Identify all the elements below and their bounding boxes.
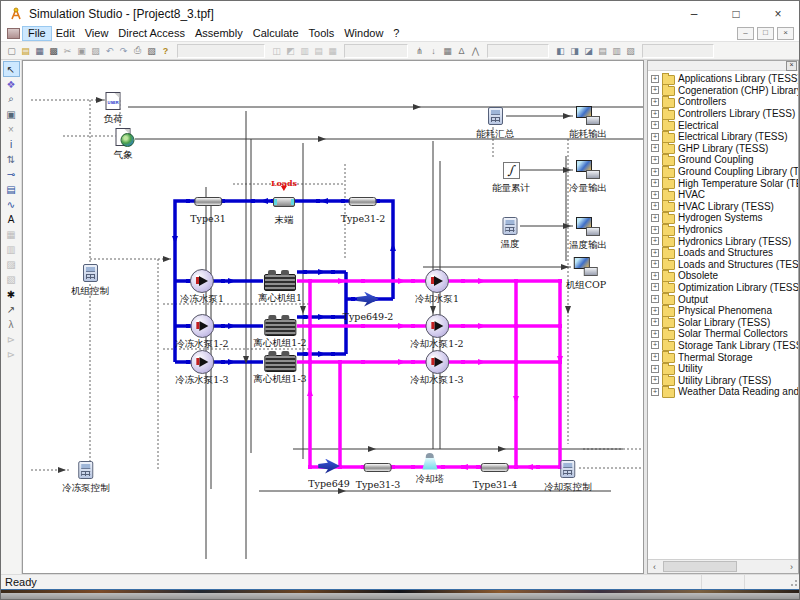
tree-item-hydronics-library-tess[interactable]: +Hydronics Library (TESS): [648, 235, 798, 247]
component-terminal-unit[interactable]: Loads末端: [273, 190, 295, 227]
expand-icon[interactable]: +: [651, 179, 659, 187]
link-icon[interactable]: ∿: [4, 197, 19, 211]
tree-item-hydronics[interactable]: +Hydronics: [648, 224, 798, 236]
tree-item-controllers[interactable]: +Controllers: [648, 96, 798, 108]
expand-icon[interactable]: +: [651, 295, 659, 303]
hierarchy-icon[interactable]: ⋔: [413, 44, 426, 57]
cut-icon[interactable]: ✂: [61, 44, 74, 57]
expand-icon[interactable]: +: [651, 365, 659, 373]
tree-item-ground-coupling[interactable]: +Ground Coupling: [648, 154, 798, 166]
wrench-icon[interactable]: ⊸: [4, 167, 19, 181]
tree-item-optimization-library-tess[interactable]: +Optimization Library (TESS): [648, 282, 798, 294]
component-type649-2[interactable]: Type649-2: [343, 287, 394, 322]
expand-icon[interactable]: +: [651, 214, 659, 222]
delete-icon[interactable]: ×: [4, 122, 19, 136]
tree-item-utility-library-tess[interactable]: +Utility Library (TESS): [648, 374, 798, 386]
mdi-minimize-button[interactable]: –: [737, 27, 754, 40]
mdi-close-button[interactable]: ×: [777, 27, 794, 40]
resize-grip[interactable]: [787, 575, 799, 589]
tree-item-loads-and-structures-tess[interactable]: +Loads and Structures (TESS): [648, 259, 798, 271]
tree-horizontal-scrollbar[interactable]: ‹ ›: [648, 559, 798, 573]
expand-icon[interactable]: +: [651, 307, 659, 315]
save-icon[interactable]: ▦: [33, 44, 46, 57]
flask-icon[interactable]: Δ: [455, 44, 468, 57]
redo-icon[interactable]: ↷: [117, 44, 130, 57]
tree-item-storage-tank-library-tess[interactable]: +Storage Tank Library (TESS): [648, 340, 798, 352]
snapshot-icon[interactable]: ▣: [4, 107, 19, 121]
window-export-icon[interactable]: ▧: [624, 44, 637, 57]
text-icon[interactable]: A: [4, 212, 19, 226]
menu-window[interactable]: Window: [339, 27, 388, 40]
component-chw-pump-1[interactable]: 冷冻水泵1: [180, 269, 224, 306]
component-energy-integrator[interactable]: ∫能量累计: [492, 158, 530, 195]
settings-icon[interactable]: ✱: [4, 287, 19, 301]
component-chiller-1[interactable]: 离心机组1: [258, 268, 302, 305]
component-unit-control[interactable]: 机组控制: [71, 261, 109, 298]
window-layout-icon[interactable]: ▥: [610, 44, 623, 57]
tree-item-hvac-library-tess[interactable]: +HVAC Library (TESS): [648, 201, 798, 213]
component-energy-output[interactable]: 能耗输出: [569, 104, 607, 141]
close-button[interactable]: ×: [757, 1, 799, 26]
tree-item-ghp-library-tess[interactable]: +GHP Library (TESS): [648, 143, 798, 155]
expand-icon[interactable]: +: [651, 226, 659, 234]
tree-item-controllers-library-tess[interactable]: +Controllers Library (TESS): [648, 108, 798, 120]
expand-icon[interactable]: +: [651, 133, 659, 141]
tree-item-solar-thermal-collectors[interactable]: +Solar Thermal Collectors: [648, 328, 798, 340]
expand-icon[interactable]: +: [651, 86, 659, 94]
component-type31-3[interactable]: Type31-3: [356, 455, 401, 490]
menu-tools[interactable]: Tools: [304, 27, 340, 40]
expand-icon[interactable]: +: [651, 318, 659, 326]
component-cw-pump-control[interactable]: 冷却泵控制: [544, 457, 592, 494]
tree-item-cogeneration-chp-library-tess[interactable]: +Cogeneration (CHP) Library (TESS): [648, 85, 798, 97]
component-chw-pump-control[interactable]: 冷冻泵控制: [62, 458, 110, 495]
expand-icon[interactable]: +: [651, 353, 659, 361]
table-icon[interactable]: ▦: [441, 44, 454, 57]
component-chiller-1-2[interactable]: 离心机组1-2: [253, 313, 306, 350]
component-load[interactable]: USER负荷: [104, 89, 123, 126]
component-unit-cop[interactable]: 机组COP: [566, 255, 606, 292]
zoom-icon[interactable]: ⌕: [4, 92, 19, 106]
component-energy-summary[interactable]: 能耗汇总: [476, 104, 514, 141]
expand-icon[interactable]: +: [651, 376, 659, 384]
tree-item-obsolete[interactable]: +Obsolete: [648, 270, 798, 282]
component-chw-pump-1-2[interactable]: 冷冻水泵1-2: [175, 314, 228, 351]
terrain-icon[interactable]: ⋀: [469, 44, 482, 57]
expand-icon[interactable]: +: [651, 237, 659, 245]
mdi-restore-button[interactable]: □: [757, 27, 774, 40]
tree-item-weather-data-reading-and-process[interactable]: +Weather Data Reading and Process: [648, 386, 798, 398]
component-temperature[interactable]: 温度: [501, 214, 520, 251]
tree-item-solar-library-tess[interactable]: +Solar Library (TESS): [648, 316, 798, 328]
copy-icon[interactable]: ▣: [75, 44, 88, 57]
component-weather[interactable]: 气象: [114, 125, 133, 162]
expand-icon[interactable]: +: [651, 272, 659, 280]
component-type31-2[interactable]: Type31-2: [341, 189, 386, 224]
component-type649[interactable]: Type649: [308, 454, 350, 489]
window-info-icon[interactable]: ◪: [582, 44, 595, 57]
menu-edit[interactable]: Edit: [51, 27, 80, 40]
select-icon[interactable]: ↖: [4, 62, 19, 76]
expand-icon[interactable]: +: [651, 341, 659, 349]
component-cw-pump-1-2[interactable]: 冷却水泵1-2: [410, 314, 463, 351]
tree-item-ground-coupling-library-tess[interactable]: +Ground Coupling Library (TESS): [648, 166, 798, 178]
tree-item-thermal-storage[interactable]: +Thermal Storage: [648, 351, 798, 363]
expand-icon[interactable]: +: [651, 75, 659, 83]
expand-icon[interactable]: +: [651, 249, 659, 257]
component-chiller-1-3[interactable]: 离心机组1-3: [253, 349, 306, 386]
component-cooling-output[interactable]: 冷量输出: [569, 158, 607, 195]
expand-icon[interactable]: +: [651, 388, 659, 396]
expand-icon[interactable]: +: [651, 283, 659, 291]
menu-file[interactable]: File: [23, 27, 51, 40]
tree-item-hvac[interactable]: +HVAC: [648, 189, 798, 201]
expand-icon[interactable]: +: [651, 110, 659, 118]
expand-icon[interactable]: +: [651, 98, 659, 106]
help-icon[interactable]: ?: [159, 44, 172, 57]
window-report-icon[interactable]: ▤: [596, 44, 609, 57]
scrollbar-thumb[interactable]: [663, 561, 737, 572]
menu-direct-access[interactable]: Direct Access: [113, 27, 190, 40]
component-chw-pump-1-3[interactable]: 冷冻水泵1-3: [175, 350, 228, 387]
menu-calculate[interactable]: Calculate: [248, 27, 304, 40]
print-icon[interactable]: ⎙: [131, 44, 144, 57]
component-temperature-output[interactable]: 温度输出: [569, 215, 607, 252]
expand-icon[interactable]: +: [651, 168, 659, 176]
expand-icon[interactable]: +: [651, 144, 659, 152]
